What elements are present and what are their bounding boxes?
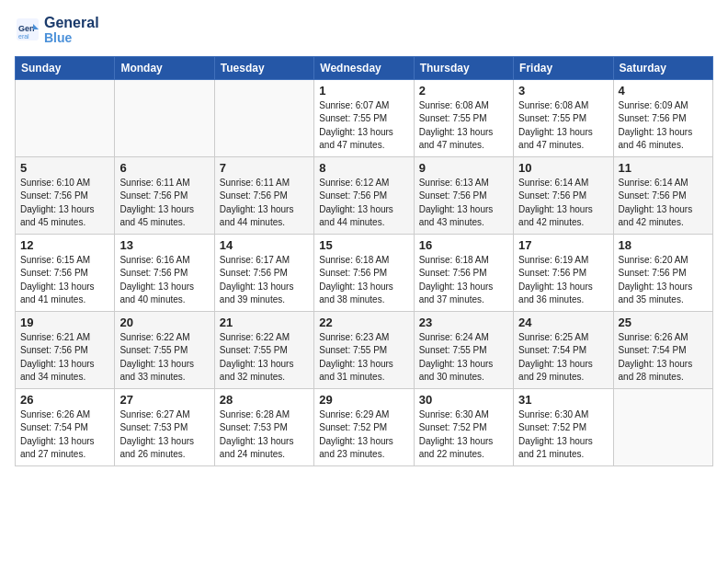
day-number: 8 [319, 161, 408, 175]
logo-text-line2: Blue [44, 31, 99, 45]
calendar-cell: 17Sunrise: 6:19 AM Sunset: 7:56 PM Dayli… [514, 234, 613, 311]
day-number: 20 [119, 316, 209, 329]
day-number: 18 [619, 238, 708, 252]
day-info: Sunrise: 6:30 AM Sunset: 7:52 PM Dayligh… [518, 408, 608, 462]
calendar-cell: 14Sunrise: 6:17 AM Sunset: 7:56 PM Dayli… [214, 234, 313, 311]
day-info: Sunrise: 6:18 AM Sunset: 7:56 PM Dayligh… [419, 254, 508, 307]
calendar-cell: 4Sunrise: 6:09 AM Sunset: 7:56 PM Daylig… [613, 79, 712, 156]
day-number: 31 [518, 393, 608, 407]
weekday-header-monday: Monday [115, 56, 214, 79]
weekday-header-wednesday: Wednesday [314, 56, 414, 79]
day-number: 17 [518, 238, 608, 252]
day-number: 13 [119, 238, 209, 252]
day-info: Sunrise: 6:23 AM Sunset: 7:55 PM Dayligh… [319, 331, 408, 385]
day-info: Sunrise: 6:22 AM Sunset: 7:55 PM Dayligh… [220, 331, 309, 385]
calendar-cell [613, 388, 712, 465]
calendar-cell: 10Sunrise: 6:14 AM Sunset: 7:56 PM Dayli… [514, 156, 613, 234]
svg-text:eral: eral [18, 33, 29, 40]
day-info: Sunrise: 6:20 AM Sunset: 7:56 PM Dayligh… [619, 254, 708, 307]
day-number: 27 [119, 393, 209, 407]
day-info: Sunrise: 6:09 AM Sunset: 7:56 PM Dayligh… [619, 99, 708, 153]
logo: Gen eral General Blue [15, 15, 99, 45]
weekday-header-friday: Friday [514, 56, 613, 79]
day-number: 16 [419, 238, 508, 252]
calendar-week-4: 19Sunrise: 6:21 AM Sunset: 7:56 PM Dayli… [16, 311, 713, 388]
calendar-cell: 26Sunrise: 6:26 AM Sunset: 7:54 PM Dayli… [16, 388, 115, 465]
weekday-header-row: SundayMondayTuesdayWednesdayThursdayFrid… [16, 56, 713, 79]
calendar-cell: 6Sunrise: 6:11 AM Sunset: 7:56 PM Daylig… [115, 156, 214, 234]
day-number: 14 [220, 238, 309, 252]
calendar-cell: 2Sunrise: 6:08 AM Sunset: 7:55 PM Daylig… [414, 79, 513, 156]
day-number: 29 [319, 393, 408, 407]
calendar-cell: 23Sunrise: 6:24 AM Sunset: 7:55 PM Dayli… [414, 311, 513, 388]
calendar-table: SundayMondayTuesdayWednesdayThursdayFrid… [15, 56, 713, 466]
day-number: 12 [20, 238, 109, 252]
day-number: 1 [319, 84, 408, 98]
day-number: 7 [220, 161, 309, 175]
logo-text-line1: General [44, 15, 99, 31]
calendar-cell: 11Sunrise: 6:14 AM Sunset: 7:56 PM Dayli… [613, 156, 712, 234]
calendar-cell: 30Sunrise: 6:30 AM Sunset: 7:52 PM Dayli… [414, 388, 513, 465]
day-number: 6 [119, 161, 209, 175]
day-number: 5 [20, 161, 109, 175]
day-number: 21 [220, 316, 309, 329]
calendar-cell: 5Sunrise: 6:10 AM Sunset: 7:56 PM Daylig… [16, 156, 115, 234]
day-info: Sunrise: 6:30 AM Sunset: 7:52 PM Dayligh… [419, 408, 508, 462]
day-info: Sunrise: 6:14 AM Sunset: 7:56 PM Dayligh… [518, 177, 608, 230]
calendar-cell: 19Sunrise: 6:21 AM Sunset: 7:56 PM Dayli… [16, 311, 115, 388]
day-number: 2 [419, 84, 508, 98]
day-info: Sunrise: 6:21 AM Sunset: 7:56 PM Dayligh… [20, 331, 109, 385]
calendar-week-3: 12Sunrise: 6:15 AM Sunset: 7:56 PM Dayli… [16, 234, 713, 311]
calendar-cell [16, 79, 115, 156]
day-info: Sunrise: 6:12 AM Sunset: 7:56 PM Dayligh… [319, 177, 408, 230]
day-number: 22 [319, 316, 408, 329]
weekday-header-tuesday: Tuesday [214, 56, 313, 79]
day-info: Sunrise: 6:11 AM Sunset: 7:56 PM Dayligh… [220, 177, 309, 230]
day-number: 15 [319, 238, 408, 252]
calendar-cell: 28Sunrise: 6:28 AM Sunset: 7:53 PM Dayli… [214, 388, 313, 465]
calendar-cell: 15Sunrise: 6:18 AM Sunset: 7:56 PM Dayli… [314, 234, 414, 311]
calendar-week-1: 1Sunrise: 6:07 AM Sunset: 7:55 PM Daylig… [16, 79, 713, 156]
calendar-cell: 9Sunrise: 6:13 AM Sunset: 7:56 PM Daylig… [414, 156, 513, 234]
day-info: Sunrise: 6:17 AM Sunset: 7:56 PM Dayligh… [220, 254, 309, 307]
calendar-cell: 12Sunrise: 6:15 AM Sunset: 7:56 PM Dayli… [16, 234, 115, 311]
calendar-cell: 8Sunrise: 6:12 AM Sunset: 7:56 PM Daylig… [314, 156, 414, 234]
day-info: Sunrise: 6:27 AM Sunset: 7:53 PM Dayligh… [119, 408, 209, 462]
day-info: Sunrise: 6:26 AM Sunset: 7:54 PM Dayligh… [619, 331, 708, 385]
calendar-cell: 21Sunrise: 6:22 AM Sunset: 7:55 PM Dayli… [214, 311, 313, 388]
day-info: Sunrise: 6:24 AM Sunset: 7:55 PM Dayligh… [419, 331, 508, 385]
day-number: 3 [518, 84, 608, 98]
calendar-cell: 7Sunrise: 6:11 AM Sunset: 7:56 PM Daylig… [214, 156, 313, 234]
calendar-cell: 24Sunrise: 6:25 AM Sunset: 7:54 PM Dayli… [514, 311, 613, 388]
day-number: 9 [419, 161, 508, 175]
day-info: Sunrise: 6:26 AM Sunset: 7:54 PM Dayligh… [20, 408, 109, 462]
calendar-cell: 20Sunrise: 6:22 AM Sunset: 7:55 PM Dayli… [115, 311, 214, 388]
calendar-cell: 16Sunrise: 6:18 AM Sunset: 7:56 PM Dayli… [414, 234, 513, 311]
day-number: 19 [20, 316, 109, 329]
day-info: Sunrise: 6:18 AM Sunset: 7:56 PM Dayligh… [319, 254, 408, 307]
calendar-cell [115, 79, 214, 156]
day-number: 4 [619, 84, 708, 98]
day-info: Sunrise: 6:08 AM Sunset: 7:55 PM Dayligh… [518, 99, 608, 153]
calendar-week-5: 26Sunrise: 6:26 AM Sunset: 7:54 PM Dayli… [16, 388, 713, 465]
day-info: Sunrise: 6:15 AM Sunset: 7:56 PM Dayligh… [20, 254, 109, 307]
weekday-header-sunday: Sunday [16, 56, 115, 79]
weekday-header-saturday: Saturday [613, 56, 712, 79]
day-info: Sunrise: 6:07 AM Sunset: 7:55 PM Dayligh… [319, 99, 408, 153]
calendar-cell [214, 79, 313, 156]
calendar-cell: 1Sunrise: 6:07 AM Sunset: 7:55 PM Daylig… [314, 79, 414, 156]
day-number: 25 [619, 316, 708, 329]
page-header: Gen eral General Blue [15, 15, 713, 45]
day-info: Sunrise: 6:13 AM Sunset: 7:56 PM Dayligh… [419, 177, 508, 230]
day-info: Sunrise: 6:10 AM Sunset: 7:56 PM Dayligh… [20, 177, 109, 230]
day-number: 28 [220, 393, 309, 407]
svg-text:Gen: Gen [18, 24, 35, 33]
day-number: 10 [518, 161, 608, 175]
day-info: Sunrise: 6:25 AM Sunset: 7:54 PM Dayligh… [518, 331, 608, 385]
day-number: 30 [419, 393, 508, 407]
calendar-cell: 22Sunrise: 6:23 AM Sunset: 7:55 PM Dayli… [314, 311, 414, 388]
day-number: 24 [518, 316, 608, 329]
day-info: Sunrise: 6:11 AM Sunset: 7:56 PM Dayligh… [119, 177, 209, 230]
day-info: Sunrise: 6:19 AM Sunset: 7:56 PM Dayligh… [518, 254, 608, 307]
day-number: 23 [419, 316, 508, 329]
